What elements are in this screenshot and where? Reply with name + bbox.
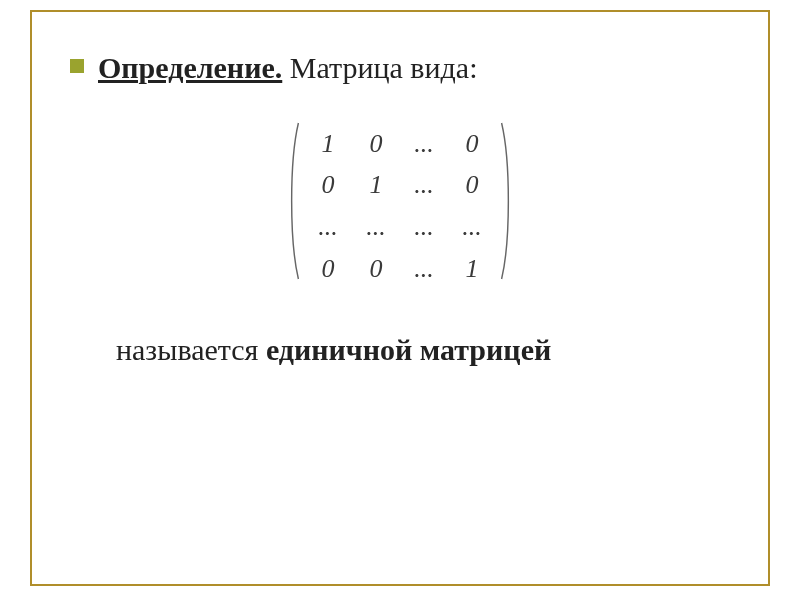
closing-text: называется единичной матрицей [116,333,760,367]
matrix-cell: 0 [304,248,352,290]
matrix-cell: ... [352,206,400,248]
matrix-cell: 1 [352,164,400,206]
matrix-cell: ... [400,164,448,206]
matrix-cell: ... [400,206,448,248]
identity-matrix: 1 0 ... 0 0 1 ... 0 ... ... ... ... [284,121,516,292]
matrix-cell: 1 [304,123,352,165]
matrix-cell: ... [448,206,496,248]
matrix-cell: 0 [304,164,352,206]
table-row: ... ... ... ... [304,206,496,248]
left-paren-icon [284,121,302,281]
matrix-cell: ... [400,248,448,290]
table-row: 0 0 ... 1 [304,248,496,290]
matrix-cell: 1 [448,248,496,290]
slide-border [30,10,770,586]
table-row: 1 0 ... 0 [304,123,496,165]
table-row: 0 1 ... 0 [304,164,496,206]
slide: Определение. Матрица вида: 1 0 ... 0 0 1 [0,0,800,600]
closing-prefix: называется [116,333,266,366]
matrix-cell: 0 [352,123,400,165]
heading-text: Определение. Матрица вида: [98,49,478,87]
closing-term: единичной матрицей [266,333,551,366]
matrix-cell: ... [304,206,352,248]
matrix-cell: 0 [448,123,496,165]
definition-label: Определение. [98,51,282,84]
heading-row: Определение. Матрица вида: [70,49,760,87]
right-paren-icon [498,121,516,281]
bullet-icon [70,59,84,73]
matrix-cell: ... [400,123,448,165]
matrix-cell: 0 [352,248,400,290]
matrix-grid: 1 0 ... 0 0 1 ... 0 ... ... ... ... [304,123,496,290]
intro-text: Матрица вида: [290,51,478,84]
matrix-wrapper: 1 0 ... 0 0 1 ... 0 ... ... ... ... [40,121,760,292]
matrix-cell: 0 [448,164,496,206]
